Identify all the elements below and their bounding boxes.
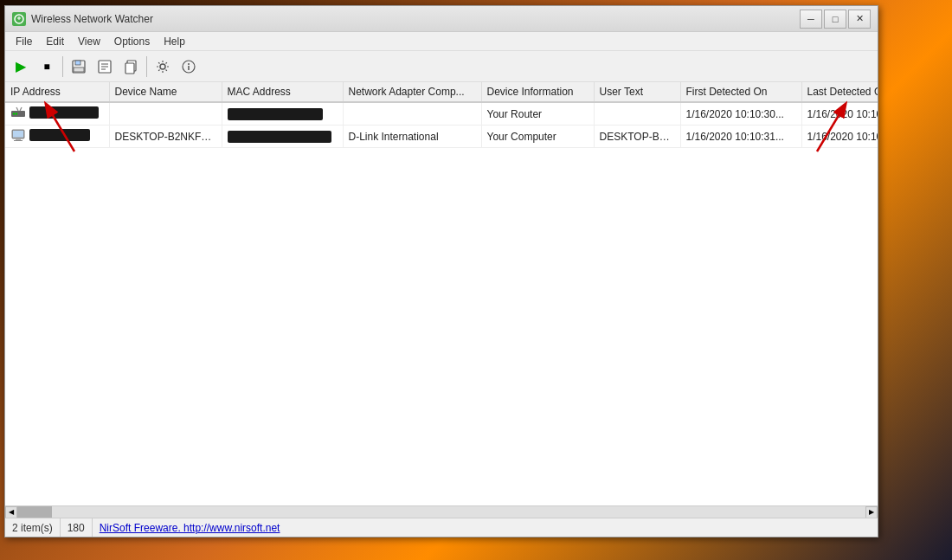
toolbar: ▶ ■: [5, 51, 878, 82]
col-header-device[interactable]: Device Name: [109, 82, 222, 102]
svg-rect-25: [16, 139, 21, 141]
col-header-info[interactable]: Device Information: [481, 82, 594, 102]
table-wrapper: IP Address Device Name MAC Address Netwo…: [5, 82, 878, 518]
cell-device: [109, 102, 222, 126]
scroll-track[interactable]: [17, 506, 865, 518]
col-header-ip[interactable]: IP Address: [5, 82, 109, 102]
cell-first: 1/16/2020 10:10:31...: [680, 126, 801, 148]
table-header-row: IP Address Device Name MAC Address Netwo…: [5, 82, 878, 102]
save-html-button[interactable]: [67, 55, 91, 79]
minimize-button[interactable]: ─: [800, 10, 822, 29]
main-window: Wireless Network Watcher ─ □ ✕ File Edit…: [4, 5, 878, 537]
separator-1: [62, 56, 63, 77]
about-button[interactable]: [177, 55, 201, 79]
cell-last: 1/16/2020 10:10:46...: [801, 102, 878, 126]
cell-user: DESKTOP-B2NKFCG: [594, 126, 680, 148]
svg-rect-9: [125, 63, 134, 74]
item-count-label: 2 item(s): [12, 522, 53, 534]
horizontal-scrollbar[interactable]: ◀ ▶: [5, 505, 878, 518]
svg-rect-3: [74, 68, 84, 72]
cell-mac: [222, 102, 343, 126]
cell-device: DESKTOP-B2NKFCG: [109, 126, 222, 148]
copy-button[interactable]: [119, 55, 143, 79]
menu-file[interactable]: File: [9, 34, 39, 49]
svg-line-22: [20, 107, 22, 111]
col-header-mac[interactable]: MAC Address: [222, 82, 343, 102]
cell-info: Your Computer: [481, 126, 594, 148]
svg-point-10: [160, 64, 165, 69]
close-button[interactable]: ✕: [848, 10, 871, 29]
col-header-last[interactable]: Last Detected On: [801, 82, 878, 102]
cell-user: [594, 102, 680, 126]
menu-options[interactable]: Options: [107, 34, 157, 49]
cell-first: 1/16/2020 10:10:30...: [680, 102, 801, 126]
window-controls: ─ □ ✕: [800, 10, 871, 29]
title-bar: Wireless Network Watcher ─ □ ✕: [5, 6, 878, 32]
col-header-first[interactable]: First Detected On: [680, 82, 801, 102]
col-header-adapter[interactable]: Network Adapter Comp...: [343, 82, 481, 102]
cell-info: Your Router: [481, 102, 594, 126]
svg-rect-2: [75, 61, 80, 65]
settings-button[interactable]: [151, 55, 175, 79]
separator-2: [146, 56, 147, 77]
maximize-button[interactable]: □: [824, 10, 846, 29]
menu-view[interactable]: View: [71, 34, 107, 49]
save-txt-button[interactable]: [93, 55, 117, 79]
scroll-thumb[interactable]: [17, 506, 52, 518]
svg-point-12: [188, 63, 190, 65]
svg-rect-26: [14, 140, 23, 141]
svg-point-20: [16, 113, 17, 114]
table-row[interactable]: DESKTOP-B2NKFCG D-Link International You…: [5, 126, 878, 148]
device-table-container[interactable]: IP Address Device Name MAC Address Netwo…: [5, 82, 878, 505]
stop-button[interactable]: ■: [35, 55, 59, 79]
window-title: Wireless Network Watcher: [31, 13, 800, 25]
cell-adapter: [343, 102, 481, 126]
play-button[interactable]: ▶: [9, 55, 33, 79]
cell-mac: [222, 126, 343, 148]
cell-ip: [5, 126, 109, 148]
scroll-right-arrow[interactable]: ▶: [865, 506, 878, 518]
svg-rect-24: [13, 131, 23, 138]
nirsoft-link[interactable]: NirSoft Freeware. http://www.nirsoft.net: [100, 522, 280, 534]
menu-edit[interactable]: Edit: [39, 34, 71, 49]
menu-help[interactable]: Help: [157, 34, 192, 49]
svg-point-19: [13, 113, 15, 114]
status-number-value: 180: [68, 522, 85, 534]
scroll-left-arrow[interactable]: ◀: [5, 506, 17, 518]
status-bar: 2 item(s) 180 NirSoft Freeware. http://w…: [5, 518, 878, 537]
menu-bar: File Edit View Options Help: [5, 32, 878, 51]
device-table: IP Address Device Name MAC Address Netwo…: [5, 82, 878, 148]
status-item-count: 2 item(s): [5, 518, 61, 537]
svg-line-21: [16, 107, 18, 111]
app-icon: [12, 12, 26, 26]
status-number: 180: [61, 518, 93, 537]
cell-adapter: D-Link International: [343, 126, 481, 148]
status-link-section: NirSoft Freeware. http://www.nirsoft.net: [93, 518, 878, 537]
cell-ip: [5, 102, 109, 126]
cell-last: 1/16/2020 10:10:49...: [801, 126, 878, 148]
col-header-user[interactable]: User Text: [594, 82, 680, 102]
table-row[interactable]: Your Router 1/16/2020 10:10:30... 1/16/2…: [5, 102, 878, 126]
